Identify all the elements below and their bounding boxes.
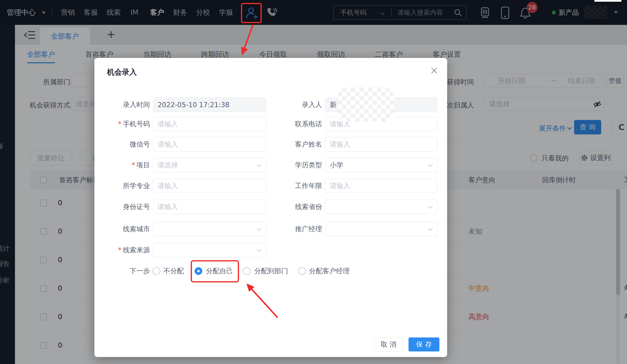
major-label: 所学专业 — [94, 179, 150, 193]
chevron-down-icon — [257, 247, 262, 252]
promo-manager-label: 推广经理 — [261, 222, 322, 236]
lead-province-label: 线索省份 — [261, 200, 322, 214]
wechat-label: 微信号 — [94, 137, 150, 152]
save-button[interactable]: 保 存 — [409, 337, 439, 352]
topbar-corner-strip — [594, 0, 622, 2]
work-years-placeholder: 请输入 — [330, 181, 350, 190]
radio-no-assign[interactable] — [153, 267, 160, 275]
lead-city-select[interactable] — [153, 222, 266, 236]
major-placeholder: 请输入 — [158, 181, 178, 190]
project-select[interactable]: 请选择 — [153, 158, 266, 172]
work-years-input[interactable]: 请输入 — [325, 179, 437, 193]
major-input[interactable]: 请输入 — [153, 179, 266, 193]
id-card-input[interactable]: 请输入 — [153, 200, 266, 214]
radio-assign-manager[interactable] — [298, 267, 306, 275]
education-label: 学历类型 — [261, 158, 322, 172]
entry-time-value: 2022-05-10 17:21:38 — [158, 101, 229, 109]
lead-source-select[interactable] — [153, 243, 266, 257]
chevron-down-icon — [428, 226, 433, 231]
radio-assign-self-label[interactable]: 分配自己 — [206, 267, 233, 275]
chevron-down-icon — [428, 204, 433, 208]
id-card-label: 身份证号 — [94, 200, 150, 214]
customer-name-label: 客户姓名 — [261, 137, 322, 152]
next-step-label: 下一步 — [94, 264, 150, 278]
lead-city-label: 线索城市 — [94, 222, 150, 236]
modal-title: 机会录入 — [107, 67, 137, 77]
radio-assign-dept[interactable] — [243, 267, 251, 275]
project-label: 项目 — [94, 158, 150, 172]
entry-person-label: 录入人 — [261, 98, 322, 112]
entry-time-label: 录入时间 — [94, 98, 150, 112]
promo-manager-select[interactable] — [325, 222, 437, 236]
id-card-placeholder: 请输入 — [158, 202, 178, 211]
entry-person-redaction — [338, 87, 394, 122]
customer-name-placeholder: 请输入 — [330, 140, 350, 149]
phone-label: 手机号码 — [94, 117, 150, 131]
radio-assign-manager-label[interactable]: 分配客户经理 — [309, 267, 350, 275]
lead-source-label: 线索来源 — [94, 243, 150, 257]
contact-label: 联系电话 — [261, 117, 322, 131]
opportunity-entry-modal: 机会录入 × 录入时间 2022-05-10 17:21:38 录入人 新 手机… — [94, 58, 447, 357]
radio-assign-dept-label[interactable]: 分配到部门 — [254, 267, 288, 275]
cancel-button[interactable]: 取 消 — [374, 337, 403, 352]
app-root: 管理中心 营销 客服 线索 IM 客户 财务 分校 学服 手机号码 请输入搜索内… — [0, 0, 627, 364]
radio-no-assign-label[interactable]: 不分配 — [163, 267, 184, 275]
work-years-label: 工作年限 — [261, 179, 322, 193]
chevron-down-icon — [428, 162, 433, 167]
entry-time-input: 2022-05-10 17:21:38 — [153, 98, 266, 112]
education-value: 小学 — [330, 160, 343, 170]
radio-assign-self[interactable] — [195, 267, 202, 275]
phone-input[interactable]: 请输入 — [153, 117, 266, 131]
customer-name-input[interactable]: 请输入 — [325, 137, 437, 152]
phone-placeholder: 请输入 — [158, 119, 178, 129]
close-icon[interactable]: × — [429, 65, 439, 76]
education-select[interactable]: 小学 — [325, 158, 437, 172]
entry-person-value: 新 — [330, 100, 337, 109]
lead-province-select[interactable] — [325, 200, 437, 214]
wechat-placeholder: 请输入 — [158, 140, 178, 149]
wechat-input[interactable]: 请输入 — [153, 137, 266, 152]
project-placeholder: 请选择 — [158, 160, 178, 170]
